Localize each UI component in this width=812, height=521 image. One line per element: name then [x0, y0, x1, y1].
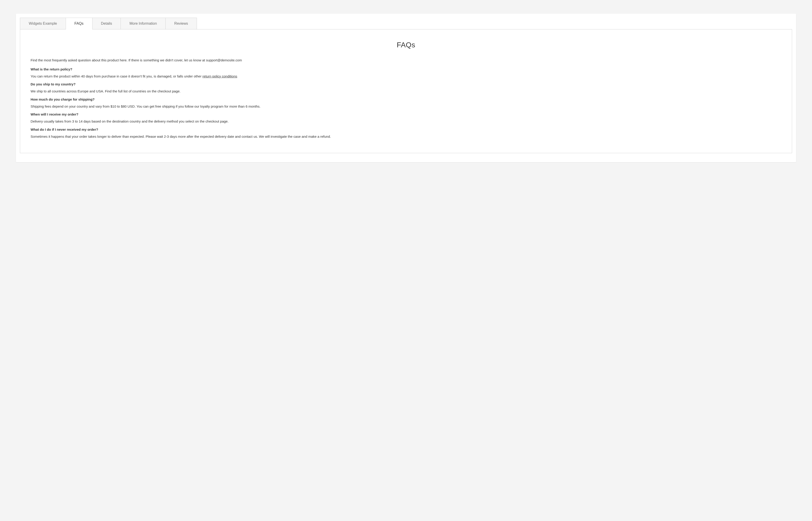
return-policy-link[interactable]: return policy conditions [203, 74, 237, 78]
faq-question: How much do you charge for shipping? [30, 97, 782, 101]
content-card: Widgets Example FAQs Details More Inform… [16, 14, 796, 162]
faq-heading: FAQs [30, 41, 782, 49]
tab-faqs[interactable]: FAQs [66, 18, 92, 29]
faq-question: What is the return policy? [30, 67, 782, 71]
faq-answer: We ship to all countries across Europe a… [30, 88, 782, 94]
faq-question: What do I do if I never received my orde… [30, 128, 782, 131]
faq-answer: You can return the product within 40 day… [30, 73, 782, 79]
faq-question: Do you ship to my country? [30, 82, 782, 86]
tab-details[interactable]: Details [92, 18, 121, 29]
tab-widgets-example[interactable]: Widgets Example [20, 18, 66, 29]
faq-question: When will I receive my order? [30, 112, 782, 116]
faq-answer: Shipping fees depend on your country and… [30, 104, 782, 109]
tab-more-information[interactable]: More Information [120, 18, 166, 29]
tab-bar: Widgets Example FAQs Details More Inform… [20, 18, 792, 29]
tab-reviews[interactable]: Reviews [165, 18, 197, 29]
faq-answer: Sometimes it happens that your order tak… [30, 134, 782, 139]
faq-answer-text: You can return the product within 40 day… [30, 74, 203, 78]
tab-content-faqs: FAQs Find the most frequently asked ques… [20, 29, 792, 153]
faq-answer: Delivery usually takes from 3 to 14 days… [30, 118, 782, 124]
faq-intro-text: Find the most frequently asked question … [30, 57, 782, 63]
